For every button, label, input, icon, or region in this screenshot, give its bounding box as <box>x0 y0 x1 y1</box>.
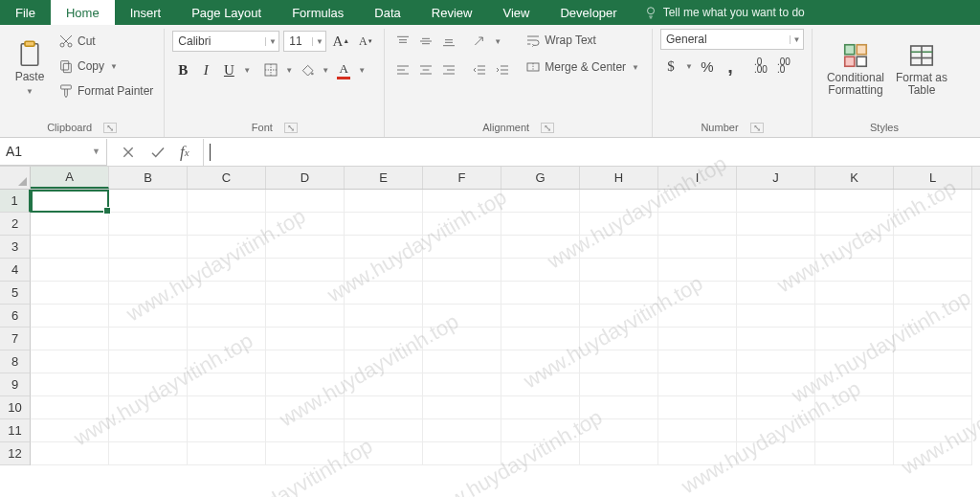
cell-G12[interactable] <box>501 442 580 465</box>
column-header-K[interactable]: K <box>815 167 894 189</box>
cell-L1[interactable] <box>894 190 972 213</box>
cell-A8[interactable] <box>31 350 109 373</box>
cell-L3[interactable] <box>894 236 972 259</box>
cell-K7[interactable] <box>815 328 894 350</box>
cell-A6[interactable] <box>31 305 109 328</box>
cell-D7[interactable] <box>266 328 345 350</box>
cell-J2[interactable] <box>737 213 815 236</box>
cell-A5[interactable] <box>31 282 109 305</box>
font-launcher[interactable]: ⤡ <box>284 123 298 133</box>
row-header-12[interactable]: 12 <box>0 442 31 465</box>
cell-D11[interactable] <box>266 419 345 442</box>
cell-I1[interactable] <box>658 190 737 213</box>
cell-B1[interactable] <box>109 190 188 213</box>
row-header-7[interactable]: 7 <box>0 328 31 350</box>
row-header-10[interactable]: 10 <box>0 396 31 419</box>
cell-H6[interactable] <box>580 305 658 328</box>
cell-F9[interactable] <box>423 373 501 396</box>
cell-D3[interactable] <box>266 236 345 259</box>
increase-decimal-button[interactable]: .0.00 <box>750 56 771 77</box>
cell-H5[interactable] <box>580 282 658 305</box>
cell-E6[interactable] <box>345 305 423 328</box>
underline-button[interactable]: U <box>218 59 239 80</box>
row-header-9[interactable]: 9 <box>0 373 31 396</box>
column-header-G[interactable]: G <box>501 167 580 189</box>
cell-K9[interactable] <box>815 373 894 396</box>
number-format-combo[interactable]: General ▼ <box>660 29 804 50</box>
font-size-combo[interactable]: 11 ▼ <box>283 31 326 52</box>
font-color-dropdown-caret[interactable]: ▼ <box>356 66 368 75</box>
cell-G9[interactable] <box>501 373 580 396</box>
decrease-decimal-button[interactable]: .00.0 <box>773 56 794 77</box>
formula-enter-button[interactable] <box>149 144 167 161</box>
cell-E8[interactable] <box>345 350 423 373</box>
wrap-text-button[interactable]: Wrap Text <box>523 29 644 52</box>
cell-J4[interactable] <box>737 259 815 282</box>
cell-F3[interactable] <box>423 236 501 259</box>
row-header-6[interactable]: 6 <box>0 305 31 328</box>
number-launcher[interactable]: ⤡ <box>750 123 764 133</box>
cell-G5[interactable] <box>501 282 580 305</box>
align-middle-button[interactable] <box>415 31 436 52</box>
cell-I9[interactable] <box>658 373 737 396</box>
tab-review[interactable]: Review <box>416 0 488 25</box>
cell-H2[interactable] <box>580 213 658 236</box>
tab-developer[interactable]: Developer <box>545 0 632 25</box>
cell-A3[interactable] <box>31 236 109 259</box>
cell-A4[interactable] <box>31 259 109 282</box>
cell-F1[interactable] <box>423 190 501 213</box>
cell-K8[interactable] <box>815 350 894 373</box>
cell-L2[interactable] <box>894 213 972 236</box>
cell-B7[interactable] <box>109 328 188 350</box>
cell-C6[interactable] <box>188 305 266 328</box>
cell-K11[interactable] <box>815 419 894 442</box>
cell-A1[interactable] <box>31 190 109 213</box>
paste-button[interactable]: Paste ▼ <box>8 29 52 105</box>
cell-A10[interactable] <box>31 396 109 419</box>
copy-button[interactable]: Copy ▼ <box>56 55 122 78</box>
align-center-button[interactable] <box>415 59 436 80</box>
cell-D1[interactable] <box>266 190 345 213</box>
cell-D5[interactable] <box>266 282 345 305</box>
cell-K6[interactable] <box>815 305 894 328</box>
name-box[interactable]: A1 ▼ <box>0 139 107 166</box>
borders-dropdown-caret[interactable]: ▼ <box>283 66 295 75</box>
cell-E7[interactable] <box>345 328 423 350</box>
cell-F2[interactable] <box>423 213 501 236</box>
italic-button[interactable]: I <box>195 59 216 80</box>
column-header-J[interactable]: J <box>737 167 815 189</box>
cell-J9[interactable] <box>737 373 815 396</box>
tab-data[interactable]: Data <box>359 0 415 25</box>
cell-A7[interactable] <box>31 328 109 350</box>
row-header-3[interactable]: 3 <box>0 236 31 259</box>
cell-B10[interactable] <box>109 396 188 419</box>
cell-F12[interactable] <box>423 442 501 465</box>
tab-formulas[interactable]: Formulas <box>277 0 359 25</box>
align-bottom-button[interactable] <box>438 31 459 52</box>
column-header-H[interactable]: H <box>580 167 658 189</box>
cell-C5[interactable] <box>188 282 266 305</box>
cell-H7[interactable] <box>580 328 658 350</box>
cell-L9[interactable] <box>894 373 972 396</box>
cell-C12[interactable] <box>188 442 266 465</box>
cell-D4[interactable] <box>266 259 345 282</box>
cell-D2[interactable] <box>266 213 345 236</box>
cell-K10[interactable] <box>815 396 894 419</box>
fill-color-dropdown-caret[interactable]: ▼ <box>320 66 331 75</box>
cell-D6[interactable] <box>266 305 345 328</box>
column-header-D[interactable]: D <box>266 167 345 189</box>
cell-E2[interactable] <box>345 213 423 236</box>
column-header-E[interactable]: E <box>345 167 423 189</box>
align-top-button[interactable] <box>392 31 413 52</box>
row-header-4[interactable]: 4 <box>0 259 31 282</box>
cell-C7[interactable] <box>188 328 266 350</box>
cell-C10[interactable] <box>188 396 266 419</box>
cell-H10[interactable] <box>580 396 658 419</box>
cell-B2[interactable] <box>109 213 188 236</box>
cell-C4[interactable] <box>188 259 266 282</box>
cell-C3[interactable] <box>188 236 266 259</box>
select-all-corner[interactable] <box>0 167 31 189</box>
cell-F5[interactable] <box>423 282 501 305</box>
conditional-formatting-button[interactable]: Conditional Formatting <box>820 29 891 105</box>
cell-G6[interactable] <box>501 305 580 328</box>
